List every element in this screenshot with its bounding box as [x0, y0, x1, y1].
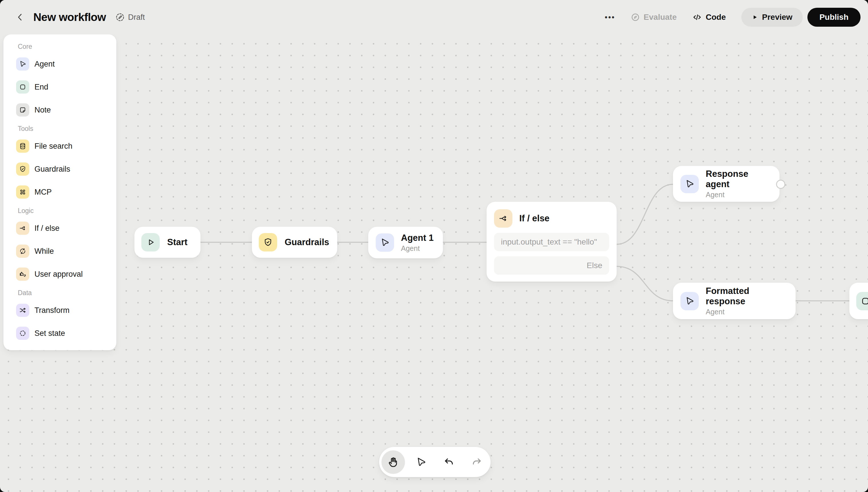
- status-badge: Draft: [115, 13, 145, 22]
- agent-cursor-icon: [16, 57, 29, 71]
- node-subtitle: Agent: [706, 191, 772, 199]
- palette-item-guardrails[interactable]: Guardrails: [16, 163, 116, 176]
- shuffle-icon: [16, 304, 29, 317]
- page-title: New workflow: [33, 11, 106, 24]
- overflow-menu-button[interactable]: •••: [605, 13, 615, 22]
- node-title: Start: [167, 237, 188, 247]
- draft-pencil-icon: [115, 13, 125, 22]
- palette-item-while[interactable]: While: [16, 245, 116, 258]
- evaluate-label: Evaluate: [644, 13, 677, 22]
- dashed-circle-icon: [16, 327, 29, 340]
- node-start[interactable]: Start: [135, 227, 201, 258]
- palette-item-label: User approval: [34, 270, 83, 279]
- code-icon: [692, 13, 702, 22]
- node-title: Guardrails: [285, 237, 329, 247]
- preview-button[interactable]: Preview: [741, 8, 803, 27]
- node-title: Formatted response: [706, 286, 788, 306]
- if-condition-text: input.output_text == "hello": [501, 238, 597, 247]
- node-title: If / else: [519, 213, 549, 224]
- node-end-partial[interactable]: [849, 283, 868, 319]
- node-title: Response agent: [706, 169, 772, 190]
- edge-else-formatted-response: [617, 266, 673, 301]
- node-response-agent[interactable]: Response agent Agent: [673, 166, 779, 202]
- palette-item-set-state[interactable]: Set state: [16, 327, 116, 340]
- play-filled-icon: [752, 14, 758, 21]
- cursor-icon: [416, 457, 426, 468]
- chevron-left-icon: [15, 13, 25, 22]
- palette-item-label: Guardrails: [34, 165, 70, 174]
- if-else-header: If / else: [494, 209, 609, 228]
- palette-item-label: While: [34, 247, 54, 256]
- agent-cursor-icon: [376, 233, 394, 252]
- palette-item-transform[interactable]: Transform: [16, 304, 116, 317]
- if-condition-row[interactable]: input.output_text == "hello": [494, 233, 609, 251]
- palette-item-end[interactable]: End: [16, 80, 116, 94]
- status-badge-label: Draft: [128, 13, 145, 22]
- connector-wires: [0, 34, 868, 492]
- palette-item-if-else[interactable]: If / else: [16, 222, 116, 235]
- header-right: ••• Evaluate Code Previ: [605, 8, 861, 27]
- thumbs-icon: [16, 268, 29, 281]
- preview-label: Preview: [762, 13, 793, 22]
- note-icon: [16, 103, 29, 117]
- section-label-data: Data: [18, 289, 116, 297]
- palette-item-agent[interactable]: Agent: [16, 57, 116, 71]
- else-label: Else: [587, 261, 602, 270]
- canvas-toolbar: [379, 447, 491, 477]
- palette-item-user-approval[interactable]: User approval: [16, 268, 116, 281]
- header-left: New workflow Draft: [14, 11, 145, 24]
- palette-item-label: File search: [34, 142, 72, 151]
- undo-icon: [444, 457, 454, 468]
- edge-if-response-agent: [617, 184, 673, 244]
- palette-item-label: End: [34, 83, 48, 92]
- end-square-icon: [856, 292, 868, 310]
- node-guardrails[interactable]: Guardrails: [252, 227, 337, 258]
- node-agent-1[interactable]: Agent 1 Agent: [368, 227, 443, 259]
- section-label-core: Core: [18, 43, 116, 51]
- select-cursor-button[interactable]: [409, 450, 433, 474]
- palette-item-label: Transform: [34, 306, 70, 315]
- else-row[interactable]: Else: [494, 256, 609, 275]
- palette-item-file-search[interactable]: File search: [16, 140, 116, 153]
- node-subtitle: Agent: [706, 308, 788, 316]
- branch-icon: [16, 222, 29, 235]
- code-label: Code: [706, 13, 726, 22]
- palette-item-label: MCP: [34, 188, 52, 197]
- palette-item-label: If / else: [34, 224, 60, 233]
- agent-cursor-icon: [680, 292, 699, 310]
- section-label-tools: Tools: [18, 125, 116, 132]
- workflow-canvas[interactable]: Core Agent End N: [0, 34, 868, 492]
- redo-button[interactable]: [465, 450, 489, 474]
- redo-icon: [471, 457, 482, 468]
- palette-item-mcp[interactable]: MCP: [16, 186, 116, 199]
- mcp-icon: [16, 186, 29, 199]
- workflow-builder-app: New workflow Draft ••• Evaluate: [0, 0, 868, 492]
- palette-item-label: Agent: [34, 60, 55, 69]
- node-formatted-response[interactable]: Formatted response Agent: [673, 283, 796, 319]
- header-pill-group: Preview Publish: [741, 8, 861, 27]
- publish-button[interactable]: Publish: [807, 8, 861, 27]
- publish-label: Publish: [819, 13, 848, 22]
- palette-item-label: Set state: [34, 329, 65, 338]
- agent-cursor-icon: [680, 175, 699, 193]
- node-if-else[interactable]: If / else input.output_text == "hello" E…: [487, 202, 617, 281]
- shield-check-icon: [16, 163, 29, 176]
- node-subtitle: Agent: [401, 244, 434, 253]
- loop-icon: [16, 245, 29, 258]
- database-icon: [16, 140, 29, 153]
- undo-button[interactable]: [437, 450, 461, 474]
- evaluate-button[interactable]: Evaluate: [631, 13, 677, 22]
- compass-icon: [631, 13, 640, 22]
- node-title: Agent 1: [401, 233, 434, 243]
- back-button[interactable]: [14, 11, 26, 24]
- palette-item-label: Note: [34, 106, 51, 115]
- pan-hand-button[interactable]: [381, 450, 405, 474]
- header: New workflow Draft ••• Evaluate: [0, 0, 868, 34]
- shield-check-icon: [259, 233, 277, 251]
- code-button[interactable]: Code: [692, 13, 726, 22]
- palette-item-note[interactable]: Note: [16, 103, 116, 117]
- hand-icon: [388, 457, 399, 468]
- response-agent-output-port[interactable]: [776, 180, 785, 189]
- end-square-icon: [16, 80, 29, 94]
- branch-icon: [494, 209, 512, 228]
